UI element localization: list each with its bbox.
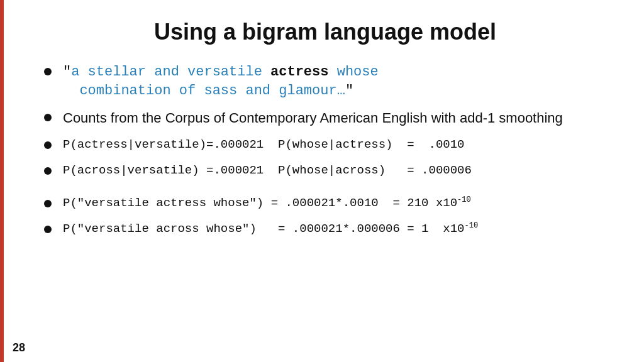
spacer [44,187,606,195]
bullet-list: "a stellar and versatile actress whose c… [44,63,606,178]
actress-word: actress [270,64,328,80]
bullet-dot [44,167,52,175]
quote-body-1: a stellar and versatile [71,64,270,80]
slide-content: Using a bigram language model "a stellar… [0,0,644,259]
quote-open: " [63,64,71,80]
prob-line-2: P(across|versatile) =.000021 P(whose|acr… [63,162,472,179]
list-item: P(across|versatile) =.000021 P(whose|acr… [44,162,606,179]
bullet-dot [44,226,52,233]
calc-line-2: P("versatile across whose") = .000021*.0… [63,221,478,238]
sup-1: -10 [457,195,471,204]
list-item: Counts from the Corpus of Contemporary A… [44,109,606,128]
quote-close: " [345,83,353,99]
counts-text: Counts from the Corpus of Contemporary A… [63,109,563,128]
red-bar [0,0,4,362]
list-item: P(actress|versatile)=.000021 P(whose|act… [44,136,606,153]
bullet-dot [44,141,52,149]
page-number: 28 [13,341,25,354]
quote-text: "a stellar and versatile actress whose c… [63,63,379,100]
calc-line-1: P("versatile actress whose") = .000021*.… [63,195,471,212]
list-item: P("versatile across whose") = .000021*.0… [44,221,606,238]
list-item: "a stellar and versatile actress whose c… [44,63,606,100]
bullet-dot [44,68,52,75]
prob-line-1: P(actress|versatile)=.000021 P(whose|act… [63,136,465,153]
bullet-dot [44,114,52,121]
sup-2: -10 [465,221,479,230]
bullet-dot [44,200,52,207]
slide-title: Using a bigram language model [44,19,606,45]
list-item: P("versatile actress whose") = .000021*.… [44,195,606,212]
calc-list: P("versatile actress whose") = .000021*.… [44,195,606,238]
